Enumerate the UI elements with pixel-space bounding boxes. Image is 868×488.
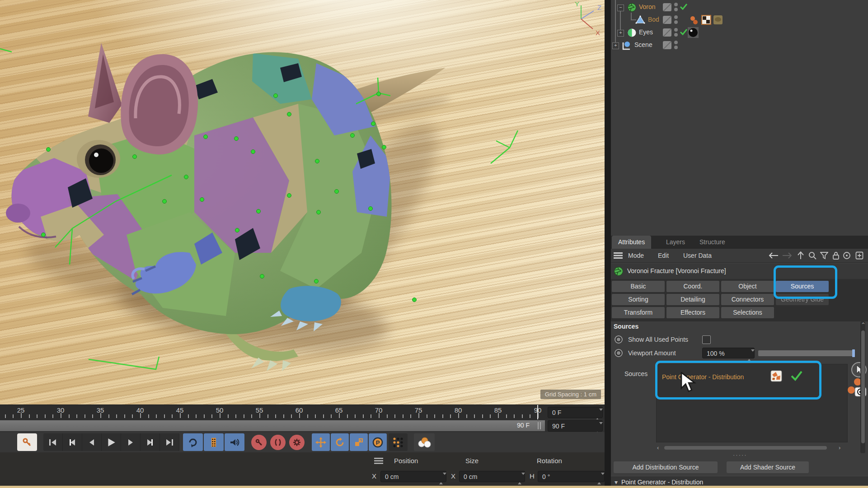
- position-x-field[interactable]: 0 cm: [380, 471, 446, 482]
- show-all-used-points-checkbox[interactable]: [702, 335, 711, 344]
- next-key-button[interactable]: [141, 433, 160, 451]
- range-start-stepper[interactable]: [596, 409, 600, 416]
- ptab-effectors[interactable]: Effectors: [666, 307, 719, 318]
- range-end-field[interactable]: 90 F: [548, 420, 603, 432]
- size-x-stepper[interactable]: [518, 473, 522, 480]
- ptab-coord[interactable]: Coord.: [666, 281, 719, 292]
- viewport-amount-stepper[interactable]: [747, 350, 752, 357]
- viewport-amount-toggle[interactable]: [615, 349, 623, 357]
- keying-selection-button[interactable]: [389, 433, 408, 451]
- visibility-dot-bottom[interactable]: [674, 33, 678, 37]
- key-rotation-button[interactable]: [331, 433, 349, 451]
- tab-structure[interactable]: Structure: [693, 236, 732, 249]
- scroll-up-arrow[interactable]: ⌃: [861, 321, 866, 328]
- timeline-range-bar[interactable]: 90 F: [0, 420, 545, 431]
- object-row-voronoi[interactable]: − Voron: [611, 1, 868, 14]
- new-panel-icon[interactable]: [854, 251, 865, 260]
- key-parameters-button[interactable]: P: [369, 433, 387, 451]
- prev-frame-button[interactable]: [82, 433, 102, 451]
- parent-up-icon[interactable]: [795, 251, 806, 260]
- history-forward-icon[interactable]: [782, 251, 793, 260]
- ptab-basic[interactable]: Basic: [612, 281, 665, 292]
- layer-chip[interactable]: [663, 3, 671, 11]
- tab-layers[interactable]: Layers: [660, 236, 691, 249]
- menu-edit[interactable]: Edit: [658, 249, 669, 262]
- goto-start-button[interactable]: [43, 433, 63, 451]
- play-button[interactable]: [102, 433, 121, 451]
- filter-icon[interactable]: [819, 251, 830, 260]
- timeline-playhead[interactable]: [537, 405, 538, 420]
- viewport-amount-slider[interactable]: [758, 350, 855, 356]
- add-distribution-source-button[interactable]: Add Distribution Source: [614, 461, 718, 473]
- collapse-toggle[interactable]: −: [617, 5, 624, 11]
- attributes-vertical-scrollbar[interactable]: ⌃: [860, 321, 865, 453]
- visibility-dot-top[interactable]: [674, 28, 678, 32]
- menu-mode[interactable]: Mode: [628, 249, 644, 262]
- range-grip-2[interactable]: [540, 422, 541, 429]
- rotation-h-field[interactable]: 0 °: [538, 471, 605, 482]
- track-focus-icon[interactable]: [841, 251, 852, 260]
- size-x-field[interactable]: 0 cm: [459, 471, 525, 482]
- expand-toggle[interactable]: +: [617, 30, 624, 37]
- ptab-connectors[interactable]: Connectors: [721, 294, 774, 305]
- range-start-field[interactable]: 0 F: [548, 407, 603, 418]
- visibility-dot-top[interactable]: [674, 15, 678, 19]
- viewport-3d[interactable]: Y Z X Grid Spacing : 1 cm: [0, 0, 605, 404]
- horizontal-scroll-thumb[interactable]: [664, 446, 827, 450]
- layer-chip[interactable]: [663, 41, 671, 49]
- rotation-h-stepper[interactable]: [597, 473, 602, 480]
- object-row-body[interactable]: Bod: [611, 14, 868, 26]
- expand-toggle[interactable]: +: [612, 42, 619, 49]
- vertical-scroll-thumb[interactable]: [861, 330, 865, 443]
- layer-chip[interactable]: [663, 16, 671, 24]
- record-scope-button[interactable]: [270, 435, 286, 450]
- range-end-stepper[interactable]: [596, 423, 600, 430]
- scroll-left-arrow[interactable]: ‹: [657, 444, 659, 451]
- ptab-sorting[interactable]: Sorting: [612, 294, 665, 305]
- lock-icon[interactable]: [830, 251, 841, 260]
- show-all-used-points-toggle[interactable]: [615, 335, 623, 344]
- history-back-icon[interactable]: [768, 251, 779, 260]
- object-row-eyes[interactable]: + Eyes: [611, 26, 868, 39]
- visibility-dot-bottom[interactable]: [674, 46, 678, 49]
- loop-mode-button[interactable]: [183, 433, 203, 451]
- coordinates-menu-icon[interactable]: [373, 456, 384, 466]
- ptab-detailing[interactable]: Detailing: [666, 294, 719, 305]
- show-keyframes-button[interactable]: [204, 433, 224, 451]
- enabled-check-icon[interactable]: [680, 3, 688, 10]
- scroll-right-arrow[interactable]: ›: [839, 444, 840, 451]
- tab-attributes[interactable]: Attributes: [612, 236, 651, 249]
- key-position-button[interactable]: [312, 433, 330, 451]
- texture-tag-material-icon[interactable]: [713, 15, 723, 25]
- layer-chip[interactable]: [663, 28, 671, 37]
- position-x-stepper[interactable]: [439, 473, 444, 480]
- range-grip[interactable]: [538, 422, 539, 429]
- next-frame-button[interactable]: [121, 433, 141, 451]
- record-keyframe-button[interactable]: [251, 435, 267, 450]
- menu-user-data[interactable]: User Data: [683, 249, 712, 262]
- texture-tag-checker-icon[interactable]: [701, 15, 711, 25]
- ptab-object[interactable]: Object: [721, 281, 774, 292]
- keying-settings-button[interactable]: [289, 435, 305, 450]
- key-scale-button[interactable]: [350, 433, 368, 451]
- solo-mode-button[interactable]: [414, 433, 435, 451]
- add-shader-source-button[interactable]: Add Shader Source: [727, 461, 809, 473]
- play-sound-button[interactable]: [225, 433, 244, 451]
- autokey-button[interactable]: [17, 433, 37, 451]
- panel-splitter-handle[interactable]: ·····: [733, 451, 747, 458]
- visibility-dot-top[interactable]: [674, 3, 678, 6]
- search-icon[interactable]: [807, 251, 818, 260]
- panel-divider[interactable]: [605, 0, 611, 488]
- viewport-amount-slider-handle[interactable]: [852, 349, 855, 357]
- viewport-amount-field[interactable]: 100 %: [702, 348, 755, 358]
- enabled-check-icon[interactable]: [680, 28, 688, 36]
- visibility-dot-top[interactable]: [674, 41, 678, 44]
- timeline-ruler[interactable]: 2530354045505560657075808590: [0, 405, 546, 420]
- object-row-scene[interactable]: + Scene: [611, 39, 868, 51]
- panel-menu-icon[interactable]: [613, 251, 624, 260]
- goto-end-button[interactable]: [160, 433, 179, 451]
- visibility-dot-bottom[interactable]: [674, 8, 678, 11]
- uvw-tag-icon[interactable]: [689, 15, 699, 26]
- prev-key-button[interactable]: [63, 433, 82, 451]
- visibility-dot-bottom[interactable]: [674, 20, 678, 24]
